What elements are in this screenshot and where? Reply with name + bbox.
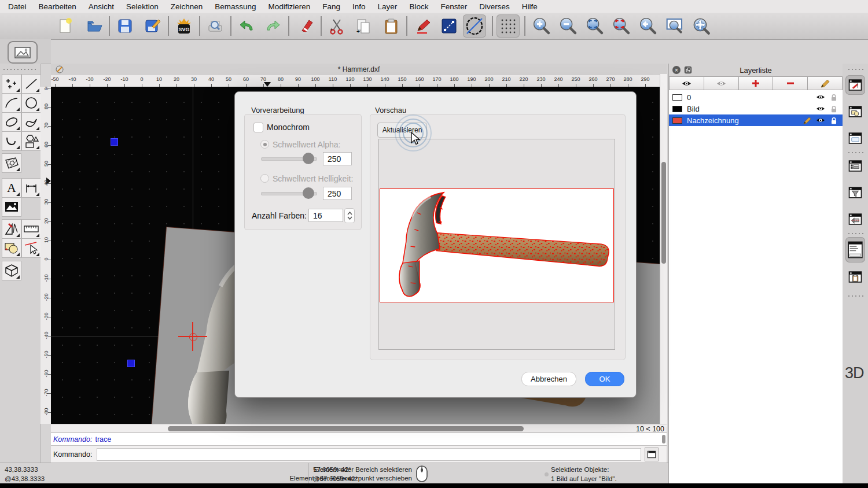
remove-icon[interactable] xyxy=(295,14,318,38)
paste-icon[interactable] xyxy=(380,14,403,38)
alpha-value-field[interactable]: 250 xyxy=(323,152,352,165)
property-editor-dock-icon[interactable] xyxy=(845,156,865,176)
command-window-button[interactable] xyxy=(645,448,659,461)
spline-tool[interactable] xyxy=(21,112,41,132)
layer-visibility-eye-icon[interactable] xyxy=(816,105,825,113)
solid-3d-tool[interactable] xyxy=(2,261,21,280)
menu-item[interactable]: Fang xyxy=(322,2,340,11)
menu-item[interactable]: Block xyxy=(409,2,428,11)
open-file-icon[interactable] xyxy=(83,14,106,38)
arc-tool[interactable] xyxy=(2,93,21,113)
copy-icon[interactable]: + xyxy=(352,14,375,38)
remove-layer-icon[interactable] xyxy=(773,76,808,90)
menu-item[interactable]: Fenster xyxy=(440,2,467,11)
selection-filter-dock-icon[interactable] xyxy=(845,183,865,202)
command-line-dock-icon[interactable] xyxy=(845,237,865,263)
menu-item[interactable]: Layer xyxy=(378,2,398,11)
library-browser-dock-icon[interactable] xyxy=(845,128,865,148)
image-handle-bottom-left[interactable] xyxy=(127,360,135,367)
zoom-auto-icon[interactable] xyxy=(583,14,606,38)
menu-item[interactable]: Info xyxy=(352,2,366,11)
hatch-tool[interactable] xyxy=(2,153,21,173)
brightness-value-field[interactable]: 250 xyxy=(323,187,352,200)
block-list-dock-icon[interactable] xyxy=(845,102,865,121)
layer-list-dock-icon[interactable] xyxy=(845,75,865,95)
ellipse-tool[interactable] xyxy=(2,112,21,132)
layer-color-swatch[interactable] xyxy=(672,117,682,124)
save-icon[interactable] xyxy=(113,14,137,38)
layer-visibility-eye-icon[interactable] xyxy=(816,116,825,124)
layer-visibility-eye-icon[interactable] xyxy=(816,93,825,101)
show-all-layers-icon[interactable] xyxy=(669,76,704,90)
vertical-scrollbar-thumb[interactable] xyxy=(661,162,666,264)
current-tool-image-button[interactable] xyxy=(8,41,38,64)
menu-item[interactable]: Ansicht xyxy=(89,2,114,11)
add-layer-icon[interactable] xyxy=(739,76,774,90)
layer-row-Nachzeichnung[interactable]: Nachzeichnung xyxy=(669,114,843,126)
dimension-tool[interactable] xyxy=(21,178,41,198)
menu-item[interactable]: Modifizieren xyxy=(269,2,311,11)
dock-drag-handle[interactable] xyxy=(847,68,863,71)
layer-row-0[interactable]: 0 xyxy=(669,91,843,103)
zoom-in-icon[interactable] xyxy=(530,14,553,38)
menu-item[interactable]: Bemassung xyxy=(215,2,256,11)
cancel-button[interactable]: Abbrechen xyxy=(521,372,576,386)
layer-lock-icon[interactable] xyxy=(830,116,838,125)
text-tool[interactable]: A xyxy=(2,178,21,198)
alpha-slider-thumb[interactable] xyxy=(303,153,314,164)
print-preview-icon[interactable] xyxy=(204,14,227,38)
menu-item[interactable]: Datei xyxy=(8,2,27,11)
horizontal-scrollbar[interactable]: 10 < 100 xyxy=(51,424,667,433)
grid-toggle-icon[interactable] xyxy=(496,14,520,38)
clipboard-dock-icon[interactable] xyxy=(845,267,865,287)
layer-color-swatch[interactable] xyxy=(672,106,682,112)
points-tool[interactable] xyxy=(2,74,21,94)
line-tool-icon[interactable] xyxy=(437,14,461,38)
line-tool[interactable] xyxy=(21,74,41,94)
command-input[interactable] xyxy=(97,448,641,461)
vertical-scrollbar[interactable] xyxy=(660,74,667,427)
new-file-icon[interactable] xyxy=(54,14,78,38)
measure-tool[interactable] xyxy=(21,219,41,239)
menu-item[interactable]: Zeichnen xyxy=(171,2,203,11)
menu-item[interactable]: Hilfe xyxy=(522,2,538,11)
zoom-previous-icon[interactable] xyxy=(637,14,660,38)
image-tool[interactable] xyxy=(2,197,21,217)
layer-edit-pencil-icon[interactable] xyxy=(803,116,811,125)
shapes-tool[interactable] xyxy=(21,131,41,151)
draw-pencil-icon[interactable] xyxy=(412,14,435,38)
select-tool[interactable] xyxy=(21,238,41,258)
horizontal-scrollbar-thumb[interactable] xyxy=(168,426,524,431)
float-panel-icon[interactable] xyxy=(684,66,692,74)
color-count-stepper[interactable] xyxy=(344,208,355,223)
undo-icon[interactable] xyxy=(235,14,258,38)
history-scrollbar-thumb[interactable] xyxy=(662,435,665,443)
pan-icon[interactable] xyxy=(690,14,713,38)
ok-button[interactable]: OK xyxy=(585,372,624,386)
export-svg-icon[interactable]: SVG xyxy=(172,14,196,38)
layer-lock-icon[interactable] xyxy=(830,105,838,113)
panel-drag-handle[interactable] xyxy=(2,68,37,71)
brightness-threshold-radio[interactable] xyxy=(260,174,269,183)
image-handle-top-left[interactable] xyxy=(111,138,118,146)
alpha-threshold-radio[interactable] xyxy=(260,140,269,149)
save-as-icon[interactable] xyxy=(141,14,164,38)
modify-tool[interactable] xyxy=(2,219,21,239)
menu-item[interactable]: Bearbeiten xyxy=(39,2,76,11)
polyline-tool[interactable] xyxy=(2,131,21,151)
brightness-slider-thumb[interactable] xyxy=(303,187,314,199)
edit-layer-icon[interactable] xyxy=(808,76,843,90)
monochrome-checkbox[interactable] xyxy=(253,123,263,132)
redo-icon[interactable] xyxy=(262,14,285,38)
menu-item[interactable]: Diverses xyxy=(479,2,510,11)
layer-row-Bild[interactable]: Bild xyxy=(669,103,843,114)
layer-color-swatch[interactable] xyxy=(672,94,682,101)
zoom-window-icon[interactable] xyxy=(663,14,686,38)
block-tool[interactable] xyxy=(2,238,21,258)
circle-tool[interactable] xyxy=(21,93,41,113)
3d-dock-label[interactable]: 3D xyxy=(845,364,864,382)
layer-lock-icon[interactable] xyxy=(830,93,838,102)
trace-ellipse-icon[interactable] xyxy=(463,14,486,38)
close-panel-icon[interactable]: × xyxy=(672,66,681,74)
reference-points-dock-icon[interactable] xyxy=(845,209,865,229)
